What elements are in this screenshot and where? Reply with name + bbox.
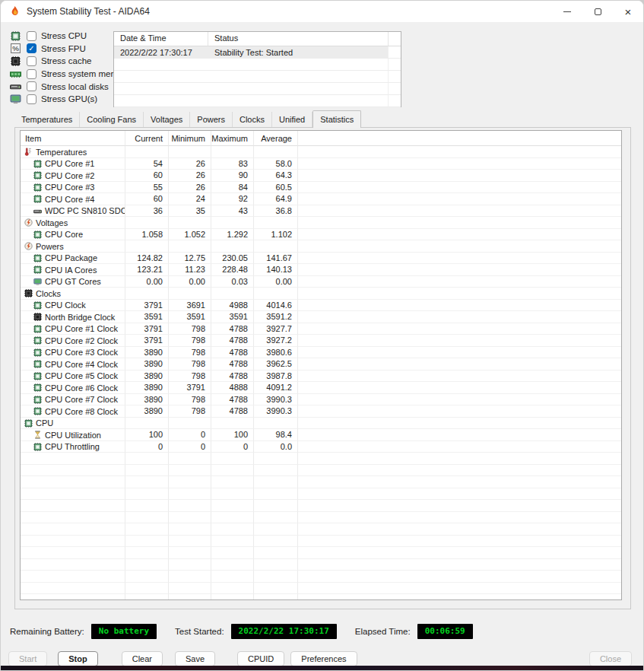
tab-unified[interactable]: Unified <box>272 112 312 127</box>
checkbox-stress-system-memory[interactable] <box>27 69 36 79</box>
clear-button[interactable]: Clear <box>122 651 163 666</box>
close-button[interactable]: × <box>613 1 643 22</box>
stats-empty-row <box>21 523 621 536</box>
stress-item-stress-fpu[interactable]: ✓Stress FPU <box>10 43 130 56</box>
stats-row-cpu-core[interactable]: CPU Core1.0581.0521.2921.102 <box>21 229 621 241</box>
stats-row-cpu-core-2-clock[interactable]: CPU Core #2 Clock379179847883927.2 <box>21 335 621 347</box>
start-button[interactable]: Start <box>8 651 47 666</box>
stats-filler-cell <box>298 335 621 347</box>
stress-item-label: Stress GPU(s) <box>41 94 97 103</box>
checkbox-stress-fpu[interactable]: ✓ <box>27 43 36 53</box>
stats-row-cpu-core-4-clock[interactable]: CPU Core #4 Clock389079847883962.5 <box>21 358 621 370</box>
stats-value-cell: 64.9 <box>254 193 298 205</box>
stress-item-stress-cpu[interactable]: Stress CPU <box>10 30 130 43</box>
stats-row-cpu-core-1[interactable]: CPU Core #154268358.0 <box>21 158 621 170</box>
stats-row-cpu[interactable]: CPU <box>21 418 621 430</box>
stats-item-cell: CPU Core #6 Clock <box>21 382 125 394</box>
stats-value-cell <box>169 240 211 253</box>
stats-empty-cell <box>169 571 211 583</box>
stats-value-cell: 4788 <box>211 405 254 418</box>
stress-item-stress-local-disks[interactable]: Stress local disks <box>10 80 130 93</box>
stats-empty-row <box>21 547 621 559</box>
stats-row-cpu-throttling[interactable]: CPU Throttling0000.0 <box>21 441 621 453</box>
checkbox-stress-cpu[interactable] <box>27 31 36 41</box>
stats-empty-cell <box>21 536 125 548</box>
chip-green-icon <box>24 419 33 428</box>
gpu-monitor-icon <box>10 94 21 104</box>
event-row[interactable]: 2022/2/22 17:30:17Stability Test: Starte… <box>114 46 401 59</box>
stats-row-cpu-core-3[interactable]: CPU Core #355268460.5 <box>21 182 621 194</box>
stats-row-cpu-clock[interactable]: CPU Clock3791369149884014.6 <box>21 300 621 312</box>
stats-row-north-bridge-clock[interactable]: North Bridge Clock3591359135913591.2 <box>21 311 621 323</box>
stats-value-cell <box>125 418 169 430</box>
stats-empty-cell <box>125 547 169 559</box>
stats-row-cpu-core-2[interactable]: CPU Core #260269064.3 <box>21 170 621 182</box>
tab-cooling-fans[interactable]: Cooling Fans <box>80 112 144 127</box>
stats-empty-cell <box>21 594 125 600</box>
preferences-button[interactable]: Preferences <box>290 651 357 666</box>
close-button[interactable]: Close <box>589 651 632 666</box>
stats-value-cell: 798 <box>169 405 211 418</box>
stats-empty-cell <box>125 465 169 477</box>
stop-button[interactable]: Stop <box>58 651 97 666</box>
stats-row-wdc-pc-sn810-sdcp[interactable]: WDC PC SN810 SDCP...36354336.8 <box>21 205 621 218</box>
stats-empty-cell <box>298 500 621 512</box>
desktop-edge-strip <box>1 666 643 670</box>
stats-item-cell: CPU IA Cores <box>21 264 125 276</box>
chip-green-icon <box>33 360 42 368</box>
stats-row-cpu-core-7-clock[interactable]: CPU Core #7 Clock389079847883990.3 <box>21 394 621 406</box>
tab-clocks[interactable]: Clocks <box>233 112 272 127</box>
stats-row-cpu-core-1-clock[interactable]: CPU Core #1 Clock379179847883927.7 <box>21 323 621 336</box>
stats-value-cell <box>211 240 254 253</box>
stats-row-powers[interactable]: Powers <box>21 240 621 253</box>
stats-filler-cell <box>298 394 621 406</box>
stats-value-cell: 0 <box>125 441 169 453</box>
stats-value-cell: 3791 <box>125 335 169 347</box>
stats-row-temperatures[interactable]: Temperatures <box>21 146 621 158</box>
stats-empty-cell <box>169 523 211 536</box>
stats-value-cell: 36.8 <box>254 205 298 218</box>
stats-value-cell: 3890 <box>125 358 169 370</box>
tab-voltages[interactable]: Voltages <box>144 112 190 127</box>
chip-green-icon <box>33 195 42 203</box>
tab-statistics[interactable]: Statistics <box>312 110 361 128</box>
save-button[interactable]: Save <box>175 651 215 666</box>
stats-empty-cell <box>298 488 621 501</box>
cpuid-button[interactable]: CPUID <box>237 651 284 666</box>
stats-row-cpu-core-5-clock[interactable]: CPU Core #5 Clock389079847883987.8 <box>21 370 621 383</box>
stats-row-cpu-gt-cores[interactable]: CPU GT Cores0.000.000.030.00 <box>21 276 621 288</box>
stats-row-cpu-core-8-clock[interactable]: CPU Core #8 Clock389079847883990.3 <box>21 405 621 418</box>
status-value: 00:06:59 <box>417 624 473 639</box>
stats-value-cell <box>254 418 298 430</box>
stats-row-cpu-utilization[interactable]: CPU Utilization100010098.4 <box>21 429 621 441</box>
stats-row-cpu-core-4[interactable]: CPU Core #460249264.9 <box>21 193 621 205</box>
stats-row-cpu-core-6-clock[interactable]: CPU Core #6 Clock3890379148884091.2 <box>21 382 621 394</box>
stats-column-header: Current <box>125 131 169 146</box>
checkbox-stress-gpu-s[interactable] <box>27 94 36 104</box>
stress-item-label: Stress local disks <box>41 82 109 91</box>
stats-item-cell: CPU Core #5 Clock <box>21 370 125 383</box>
stats-value-cell: 1.058 <box>125 229 169 241</box>
minimize-button[interactable] <box>552 1 582 22</box>
tab-powers[interactable]: Powers <box>190 112 233 127</box>
stats-filler-cell <box>298 264 621 276</box>
stress-item-stress-gpu-s[interactable]: Stress GPU(s) <box>10 93 130 106</box>
aida64-flame-icon[interactable] <box>8 5 21 17</box>
checkbox-stress-local-disks[interactable] <box>27 81 36 91</box>
stats-row-cpu-ia-cores[interactable]: CPU IA Cores123.2111.23228.48140.13 <box>21 264 621 276</box>
stats-empty-cell <box>298 559 621 571</box>
event-cell <box>114 71 208 83</box>
stats-row-cpu-package[interactable]: CPU Package124.8212.75230.05141.67 <box>21 253 621 265</box>
stats-row-clocks[interactable]: Clocks <box>21 288 621 300</box>
stats-value-cell: 3927.2 <box>254 335 298 347</box>
tab-temperatures[interactable]: Temperatures <box>14 112 80 127</box>
stats-row-cpu-core-3-clock[interactable]: CPU Core #3 Clock389079847883980.6 <box>21 347 621 359</box>
stress-item-stress-system-memory[interactable]: Stress system memory <box>10 68 130 81</box>
stats-row-voltages[interactable]: Voltages <box>21 217 621 229</box>
checkbox-stress-cache[interactable] <box>27 56 36 66</box>
maximize-button[interactable] <box>582 1 613 22</box>
stats-item-cell: CPU Utilization <box>21 429 125 441</box>
stress-item-stress-cache[interactable]: Stress cache <box>10 55 130 68</box>
status-remaining-battery: Remaining Battery:No battery <box>10 624 157 639</box>
stats-filler-cell <box>298 358 621 370</box>
